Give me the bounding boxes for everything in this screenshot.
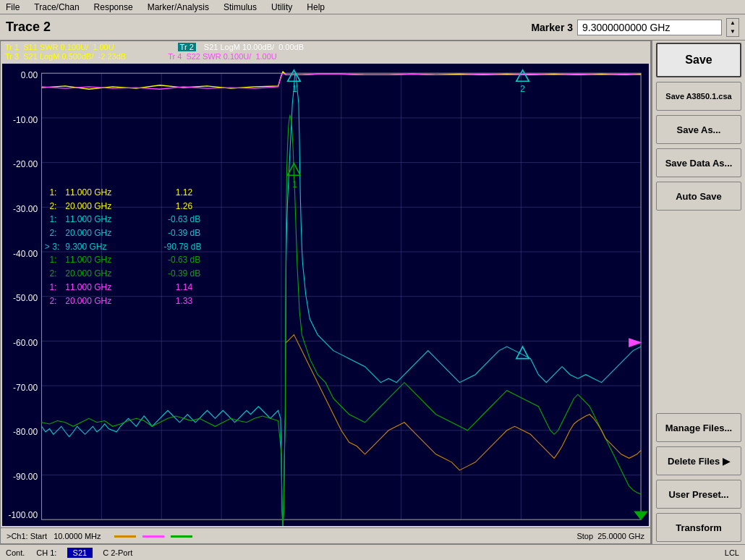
tr3-label: Tr 3 S21 LogM 0.500dB/ -2.23dB (5, 52, 126, 61)
marker-label: Marker 3 (531, 22, 573, 33)
menu-help[interactable]: Help (304, 1, 328, 13)
trace-legend-row1: Tr 1 S11 SWR 0.100U/ 1.00U Tr 2 S21 LogM… (5, 43, 646, 51)
svg-text:-70.00: -70.00 (13, 383, 38, 393)
svg-text:-20.00: -20.00 (13, 159, 38, 169)
right-panel: Save Save A3850.1.csa Save As... Save Da… (651, 41, 745, 544)
channel-label: >Ch1: Start (7, 532, 47, 540)
delete-files-button[interactable]: Delete Files ▶ (656, 446, 741, 475)
svg-text:-100.00: -100.00 (8, 510, 38, 520)
marker-area: Marker 3 ▲ ▼ (531, 18, 739, 37)
svg-text:-60.00: -60.00 (13, 338, 38, 348)
status-ch: CH 1: S21 C 2-Port (36, 548, 132, 558)
svg-text:20.000 GHz: 20.000 GHz (65, 228, 111, 238)
trace-legend-row2: Tr 3 S21 LogM 0.500dB/ -2.23dB Tr 4 S22 … (5, 52, 646, 61)
svg-text:1:: 1: (49, 282, 56, 292)
marker-spin-up[interactable]: ▲ (727, 19, 738, 27)
svg-text:-0.39 dB: -0.39 dB (168, 268, 200, 279)
menu-utility[interactable]: Utility (268, 1, 295, 13)
svg-text:1: 1 (292, 84, 297, 94)
svg-text:1:: 1: (49, 187, 56, 198)
svg-text:-50.00: -50.00 (13, 293, 38, 303)
svg-text:-0.63 dB: -0.63 dB (168, 255, 200, 265)
svg-text:-90.00: -90.00 (13, 472, 38, 482)
marker-spin-down[interactable]: ▼ (727, 27, 738, 36)
menu-marker-analysis[interactable]: Marker/Analysis (145, 1, 212, 13)
manage-files-button[interactable]: Manage Files... (656, 413, 741, 442)
status-param: S21 (67, 548, 93, 558)
save-as-button[interactable]: Save As... (656, 115, 741, 144)
marker-value-input[interactable] (577, 20, 722, 35)
auto-save-button[interactable]: Auto Save (656, 182, 741, 211)
status-bar: Cont. CH 1: S21 C 2-Port LCL (0, 544, 745, 560)
transform-button[interactable]: Transform (656, 513, 741, 542)
menu-bar: File Trace/Chan Response Marker/Analysis… (0, 0, 745, 14)
tr4-label: Tr 4 S22 SWR 0.100U/ 1.00U (168, 52, 277, 61)
user-preset-button[interactable]: User Preset... (656, 480, 741, 509)
svg-text:1:: 1: (49, 214, 56, 224)
x-axis-start-freq: 10.0000 MHz (54, 532, 101, 540)
plot-area: 0.00 -10.00 -20.00 -30.00 -40.00 -50.00 … (2, 64, 649, 526)
status-port: C 2-Port (103, 548, 132, 557)
tr2-label-active: Tr 2 (178, 43, 196, 51)
trace-legend: Tr 1 S11 SWR 0.100U/ 1.00U Tr 2 S21 LogM… (1, 41, 650, 62)
x-axis-stop-label: Stop 25.0000 GHz (325, 532, 644, 540)
svg-text:11.000 GHz: 11.000 GHz (65, 255, 111, 265)
svg-text:-10.00: -10.00 (13, 114, 38, 124)
tr2-params: S21 LogM 10.00dB/ 0.00dB (202, 43, 304, 51)
svg-text:-90.78 dB: -90.78 dB (164, 242, 202, 252)
svg-text:11.000 GHz: 11.000 GHz (65, 214, 111, 224)
svg-text:11.000 GHz: 11.000 GHz (65, 282, 111, 292)
svg-text:1.26: 1.26 (176, 200, 193, 211)
svg-text:-0.63 dB: -0.63 dB (168, 214, 200, 224)
svg-text:1: 1 (292, 179, 297, 190)
svg-text:2:: 2: (49, 296, 56, 306)
svg-text:-80.00: -80.00 (13, 427, 38, 437)
save-button[interactable]: Save (656, 43, 741, 77)
svg-text:> 3:: > 3: (45, 242, 59, 252)
svg-text:0.00: 0.00 (21, 70, 38, 80)
tr1-label: Tr 1 S11 SWR 0.100U/ 1.00U (5, 43, 114, 51)
chart-svg: 0.00 -10.00 -20.00 -30.00 -40.00 -50.00 … (2, 64, 649, 526)
chart-container: Tr 1 S11 SWR 0.100U/ 1.00U Tr 2 S21 LogM… (0, 41, 651, 544)
status-lcl: LCL (725, 548, 739, 557)
svg-text:20.000 GHz: 20.000 GHz (65, 296, 111, 306)
x-axis-channel-label: >Ch1: Start 10.0000 MHz (7, 532, 325, 540)
menu-response[interactable]: Response (91, 1, 136, 13)
svg-text:2:: 2: (49, 200, 56, 211)
svg-text:20.000 GHz: 20.000 GHz (65, 200, 111, 211)
status-mode: Cont. (6, 548, 25, 557)
svg-text:-30.00: -30.00 (13, 204, 38, 214)
svg-rect-0 (2, 64, 649, 526)
page-title: Trace 2 (6, 20, 531, 35)
svg-text:1.33: 1.33 (176, 296, 193, 306)
x-axis-bar: >Ch1: Start 10.0000 MHz Stop 25.0000 GHz (1, 527, 650, 543)
svg-text:9.300  GHz: 9.300 GHz (65, 242, 106, 252)
save-data-as-button[interactable]: Save Data As... (656, 148, 741, 177)
title-bar: Trace 2 Marker 3 ▲ ▼ (0, 14, 745, 41)
save-file-button[interactable]: Save A3850.1.csa (656, 82, 741, 111)
svg-text:2:: 2: (49, 268, 56, 279)
svg-text:1.12: 1.12 (176, 187, 193, 198)
menu-stimulus[interactable]: Stimulus (221, 1, 260, 13)
menu-trace-chan[interactable]: Trace/Chan (31, 1, 82, 13)
content-area: Tr 1 S11 SWR 0.100U/ 1.00U Tr 2 S21 LogM… (0, 41, 745, 544)
svg-text:1:: 1: (49, 255, 56, 265)
svg-text:20.000 GHz: 20.000 GHz (65, 268, 111, 279)
svg-text:2: 2 (520, 84, 525, 94)
svg-text:-0.39 dB: -0.39 dB (168, 228, 200, 238)
svg-text:-40.00: -40.00 (13, 249, 38, 259)
menu-file[interactable]: File (3, 1, 22, 13)
svg-text:11.000 GHz: 11.000 GHz (65, 187, 111, 198)
svg-text:2:: 2: (49, 228, 56, 238)
marker-spinner[interactable]: ▲ ▼ (726, 18, 739, 37)
svg-text:1.14: 1.14 (176, 282, 193, 292)
